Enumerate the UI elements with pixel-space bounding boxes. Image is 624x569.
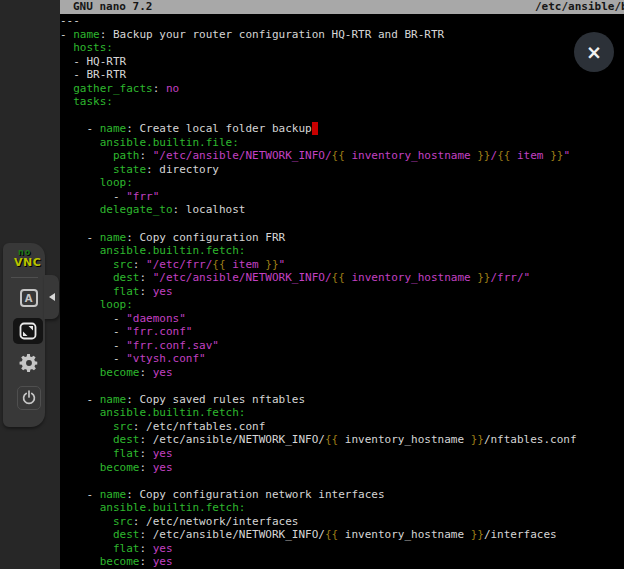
code-line: tasks:	[60, 95, 624, 109]
code-line: ansible.builtin.fetch:	[60, 501, 624, 515]
nano-app-title: GNU nano 7.2	[73, 0, 152, 14]
code-line: ---	[60, 14, 624, 28]
code-line: - name: Copy configuration network inter…	[60, 488, 624, 502]
close-button[interactable]: ×	[574, 32, 614, 72]
code-line: hosts:	[60, 41, 624, 55]
novnc-page: { "window": { "app_title": "GNU nano 7.2…	[0, 0, 624, 569]
code-line: dest: /etc/ansible/NETWORK_INFO/{{ inven…	[60, 433, 624, 447]
power-button-frame	[17, 386, 41, 410]
code-line: path: "/etc/ansible/NETWORK_INFO/{{ inve…	[60, 149, 624, 163]
code-line	[60, 109, 624, 123]
novnc-logo: no VNC	[14, 249, 41, 268]
code-line: - BR-RTR	[60, 68, 624, 82]
code-line: gather_facts: no	[60, 82, 624, 96]
novnc-control-bar: no VNC A	[3, 243, 45, 427]
code-line: become: yes	[60, 366, 624, 380]
extra-keys-button[interactable]: A	[15, 285, 42, 311]
power-icon	[21, 390, 37, 406]
control-bar-handle[interactable]	[44, 275, 59, 319]
code-line: become: yes	[60, 461, 624, 475]
code-line: - HQ-RTR	[60, 55, 624, 69]
fullscreen-button[interactable]	[13, 318, 43, 344]
logo-separator	[11, 277, 38, 278]
settings-button[interactable]	[15, 350, 42, 376]
terminal-screen: GNU nano 7.2 /etc/ansible/ba ---- name: …	[60, 0, 624, 569]
novnc-logo-vnc: VNC	[14, 257, 41, 268]
code-line	[60, 379, 624, 393]
code-line: state: directory	[60, 163, 624, 177]
code-line: ansible.builtin.fetch:	[60, 406, 624, 420]
code-line	[60, 217, 624, 231]
code-line: - name: Copy configuration FRR	[60, 231, 624, 245]
nano-file-path: /etc/ansible/ba	[535, 0, 624, 14]
disconnect-button[interactable]	[15, 385, 42, 411]
code-line: become: yes	[60, 555, 624, 569]
code-line: src: "/etc/frr/{{ item }}"	[60, 258, 624, 272]
code-line: src: /etc/network/interfaces	[60, 515, 624, 529]
code-line: - name: Create local folder backup	[60, 122, 624, 136]
code-line: delegate_to: localhost	[60, 203, 624, 217]
keyboard-key-icon: A	[20, 289, 38, 307]
code-line: flat: yes	[60, 285, 624, 299]
code-line: - "frr.conf.sav"	[60, 339, 624, 353]
code-line: ansible.builtin.file:	[60, 136, 624, 150]
code-line: flat: yes	[60, 447, 624, 461]
code-line: - name: Copy saved rules nftables	[60, 393, 624, 407]
code-line: - "frr"	[60, 190, 624, 204]
code-line: loop:	[60, 176, 624, 190]
code-line: ansible.builtin.fetch:	[60, 244, 624, 258]
code-line: flat: yes	[60, 542, 624, 556]
gear-icon	[18, 352, 40, 374]
nano-titlebar: GNU nano 7.2 /etc/ansible/ba	[60, 0, 624, 14]
editor-content[interactable]: ---- name: Backup your router configurat…	[60, 14, 624, 569]
code-line: - "daemons"	[60, 312, 624, 326]
collapse-arrow-icon	[49, 293, 55, 301]
close-icon: ×	[586, 43, 602, 62]
code-line: - "frr.conf"	[60, 325, 624, 339]
code-line: - "vtysh.conf"	[60, 352, 624, 366]
code-line: loop:	[60, 298, 624, 312]
text-cursor	[312, 122, 319, 135]
code-line: src: /etc/nftables.conf	[60, 420, 624, 434]
code-line: dest: /etc/ansible/NETWORK_INFO/{{ inven…	[60, 528, 624, 542]
code-line	[60, 474, 624, 488]
fullscreen-icon	[19, 322, 37, 340]
code-line: dest: "/etc/ansible/NETWORK_INFO/{{ inve…	[60, 271, 624, 285]
code-line: - name: Backup your router configuration…	[60, 28, 624, 42]
